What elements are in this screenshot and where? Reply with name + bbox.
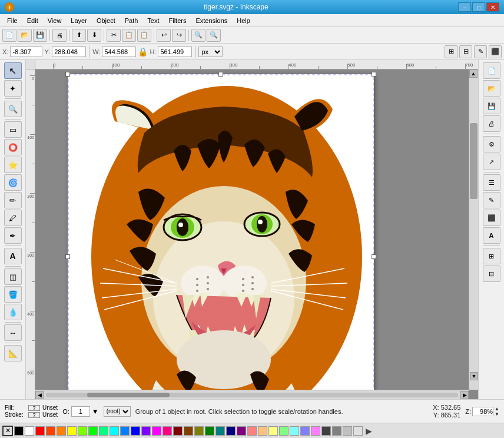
- dropper-tool[interactable]: 💧: [4, 304, 22, 320]
- opacity-input[interactable]: [71, 406, 90, 417]
- h-input[interactable]: [158, 47, 192, 57]
- color-swatch-gray-dark[interactable]: [321, 426, 331, 436]
- color-swatch-peach[interactable]: [258, 426, 267, 436]
- menu-item-text[interactable]: Text: [142, 16, 164, 25]
- export-button[interactable]: ⬇: [87, 29, 101, 42]
- lock-aspect-icon[interactable]: 🔒: [138, 47, 148, 57]
- zoom-tool[interactable]: 🔍: [4, 101, 22, 117]
- open-button[interactable]: 📂: [18, 29, 32, 42]
- xml-editor[interactable]: ✎: [483, 192, 500, 208]
- w-input[interactable]: [102, 47, 136, 57]
- selection-handle-tr[interactable]: [372, 72, 376, 77]
- color-swatch-light-green[interactable]: [279, 426, 289, 436]
- scroll-track[interactable]: [46, 393, 458, 397]
- color-swatch-magenta[interactable]: [152, 426, 161, 436]
- connector-tool[interactable]: ↔: [4, 324, 22, 341]
- no-color-swatch[interactable]: ✕: [2, 426, 13, 436]
- xmleditor-btn[interactable]: ✎: [474, 45, 487, 58]
- selection-handle-tl[interactable]: [65, 72, 70, 77]
- paste-button[interactable]: 📋: [137, 29, 151, 42]
- new-from-template[interactable]: 📄: [483, 62, 500, 79]
- menu-item-path[interactable]: Path: [120, 16, 143, 25]
- color-swatch-black[interactable]: [14, 426, 24, 436]
- stroke-color-box[interactable]: ?: [28, 412, 40, 418]
- menu-item-file[interactable]: File: [2, 16, 22, 25]
- doc-props[interactable]: ⚙: [483, 136, 500, 152]
- calligraphy-tool[interactable]: ✒: [4, 227, 22, 244]
- measure-tool[interactable]: 📐: [4, 345, 22, 361]
- align-btn[interactable]: ⊟: [459, 45, 472, 58]
- vertical-scrollbar[interactable]: ▲ ▼: [469, 69, 478, 390]
- selection-handle-ml[interactable]: [65, 254, 70, 259]
- color-swatch-dark-red[interactable]: [173, 426, 183, 436]
- color-swatch-red[interactable]: [35, 426, 45, 436]
- paint-tool[interactable]: 🪣: [4, 286, 22, 303]
- save-doc[interactable]: 💾: [483, 98, 500, 114]
- selection-handle-tc[interactable]: [218, 72, 223, 77]
- color-swatch-light-pink[interactable]: [311, 426, 320, 436]
- zoom-spinner[interactable]: ▲ ▼: [495, 406, 499, 417]
- text-tool[interactable]: A: [4, 248, 22, 264]
- zoom-input[interactable]: [472, 407, 493, 416]
- color-swatch-light-red[interactable]: [247, 426, 257, 436]
- color-swatch-cyan[interactable]: [110, 426, 119, 436]
- menu-item-edit[interactable]: Edit: [22, 16, 43, 25]
- print-doc[interactable]: 🖨: [483, 115, 500, 132]
- color-swatch-orange-red[interactable]: [46, 426, 55, 436]
- minimize-button[interactable]: –: [458, 2, 471, 12]
- color-swatch-dark-blue[interactable]: [226, 426, 236, 436]
- x-input[interactable]: [10, 47, 42, 57]
- menu-item-filters[interactable]: Filters: [164, 16, 191, 25]
- color-swatch-orange[interactable]: [57, 426, 66, 436]
- horizontal-scrollbar[interactable]: ◀ ▶: [35, 390, 469, 399]
- color-swatch-purple[interactable]: [141, 426, 151, 436]
- selection-handle-mr[interactable]: [372, 254, 376, 259]
- pen-tool[interactable]: 🖊: [4, 210, 22, 226]
- color-swatch-light-cyan[interactable]: [290, 426, 299, 436]
- cut-button[interactable]: ✂: [107, 29, 121, 42]
- snap-grid[interactable]: ⊞: [483, 248, 500, 264]
- obj-props[interactable]: ☰: [483, 174, 500, 191]
- node-tool[interactable]: ✦: [4, 80, 22, 97]
- fill-stroke-dialog[interactable]: ⬛: [483, 210, 500, 226]
- menu-item-extensions[interactable]: Extensions: [191, 16, 232, 25]
- color-swatch-light-blue[interactable]: [120, 426, 130, 436]
- color-swatch-blue[interactable]: [131, 426, 140, 436]
- color-swatch-teal[interactable]: [99, 426, 108, 436]
- copy-button[interactable]: 📋: [122, 29, 136, 42]
- save-button[interactable]: 💾: [33, 29, 47, 42]
- y-input[interactable]: [52, 47, 86, 57]
- snap-guide[interactable]: ⊟: [483, 266, 500, 282]
- color-swatch-yellow[interactable]: [67, 426, 77, 436]
- pencil-tool[interactable]: ✏: [4, 192, 22, 208]
- color-swatch-dark-green[interactable]: [205, 426, 214, 436]
- color-swatch-brown[interactable]: [184, 426, 193, 436]
- zoom-out-button[interactable]: 🔍: [207, 29, 221, 42]
- color-swatch-light-yellow[interactable]: [268, 426, 278, 436]
- ellipse-tool[interactable]: ⭕: [4, 139, 22, 155]
- zoom-down[interactable]: ▼: [495, 412, 499, 417]
- canvas-viewport[interactable]: [35, 69, 469, 390]
- export-png[interactable]: ↗: [483, 154, 500, 170]
- color-swatch-pink[interactable]: [163, 426, 172, 436]
- color-swatch-green[interactable]: [88, 426, 98, 436]
- color-swatch-light-blue2[interactable]: [300, 426, 310, 436]
- unit-select[interactable]: px mm in: [198, 47, 223, 57]
- menu-item-object[interactable]: Object: [92, 16, 120, 25]
- new-button[interactable]: 📄: [2, 29, 16, 42]
- fill-stroke-btn[interactable]: ⬛: [489, 45, 502, 58]
- canvas-area[interactable]: 0100200300400500600700 01002003004005006…: [26, 60, 478, 399]
- color-swatch-dark-teal[interactable]: [215, 426, 225, 436]
- menu-item-help[interactable]: Help: [232, 16, 255, 25]
- maximize-button[interactable]: □: [472, 2, 485, 12]
- color-swatch-yellow-green[interactable]: [78, 426, 87, 436]
- color-swatch-gray-light[interactable]: [343, 426, 352, 436]
- import-button[interactable]: ⬆: [72, 29, 86, 42]
- gradient-tool[interactable]: ◫: [4, 268, 22, 285]
- star-tool[interactable]: ⭐: [4, 157, 22, 173]
- menu-item-view[interactable]: View: [43, 16, 67, 25]
- more-colors-button[interactable]: ▶: [364, 426, 373, 436]
- color-swatch-dark-purple[interactable]: [237, 426, 246, 436]
- fill-color-box[interactable]: ?: [28, 405, 40, 411]
- select-tool[interactable]: ↖: [4, 62, 22, 79]
